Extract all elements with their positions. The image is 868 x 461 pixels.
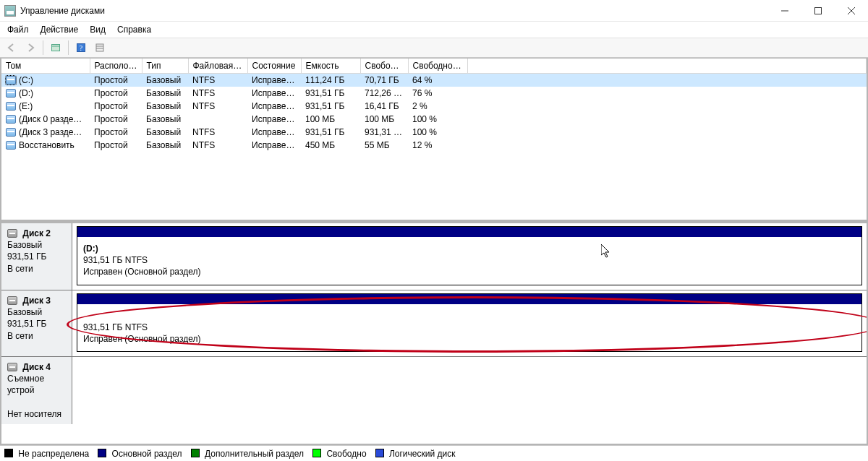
col-state[interactable]: Состояние (247, 59, 301, 74)
menu-file[interactable]: Файл (1, 22, 35, 38)
volume-fs: NTFS (188, 74, 247, 87)
volume-free-pct: 76 % (408, 87, 467, 100)
volume-type: Базовый (142, 139, 188, 152)
volume-name: (D:) (19, 88, 33, 98)
properties-button[interactable] (91, 40, 109, 56)
volume-layout: Простой (90, 139, 142, 152)
col-free-pct[interactable]: Свободно % (408, 59, 467, 74)
volume-layout: Простой (90, 126, 142, 139)
disk-row-2[interactable]: Диск 2 Базовый 931,51 ГБ В сети (D:) 931… (1, 223, 867, 290)
partition[interactable]: 931,51 ГБ NTFS Исправен (Основной раздел… (77, 293, 862, 352)
volume-icon (6, 115, 16, 124)
col-fs[interactable]: Файловая с… (188, 59, 247, 74)
table-row[interactable]: ВосстановитьПростойБазовыйNTFSИсправен…4… (1, 139, 867, 152)
svg-rect-8 (96, 44, 103, 51)
toolbar-separator (43, 40, 43, 55)
column-headers[interactable]: Том Располож… Тип Файловая с… Состояние … (1, 59, 867, 74)
volume-table[interactable]: Том Располож… Тип Файловая с… Состояние … (1, 59, 867, 152)
legend: Не распределена Основной раздел Дополнит… (0, 445, 868, 461)
volume-icon (6, 89, 16, 98)
swatch-logical (375, 449, 384, 457)
partition-stripe (77, 227, 861, 237)
swatch-primary (98, 449, 106, 457)
table-row[interactable]: (E:)ПростойБазовыйNTFSИсправен…931,51 ГБ… (1, 100, 867, 113)
minimize-button[interactable] (768, 0, 801, 21)
volume-free: 55 МБ (360, 139, 408, 152)
volume-list-pane[interactable]: Том Располож… Тип Файловая с… Состояние … (1, 59, 867, 223)
volume-state: Исправен… (247, 139, 301, 152)
swatch-unalloc (4, 449, 13, 457)
volume-fs: NTFS (188, 139, 247, 152)
swatch-extended (191, 449, 200, 457)
volume-capacity: 931,51 ГБ (301, 126, 360, 139)
col-layout[interactable]: Располож… (90, 59, 142, 74)
volume-free: 712,26 ГБ (360, 87, 408, 100)
window-title: Управление дисками (20, 6, 105, 16)
legend-extended: Дополнительный раздел (191, 449, 304, 459)
col-capacity[interactable]: Емкость (301, 59, 360, 74)
volume-type: Базовый (142, 74, 188, 87)
help-button[interactable]: ? (72, 40, 90, 56)
partition-line2: Исправен (Основной раздел) (83, 334, 200, 344)
table-row[interactable]: (Диск 0 раздел 2)ПростойБазовыйИсправен…… (1, 113, 867, 126)
volume-name: (Диск 0 раздел 2) (19, 114, 88, 124)
volume-fs: NTFS (188, 100, 247, 113)
disk-header[interactable]: Диск 3 Базовый 931,51 ГБ В сети (1, 290, 72, 356)
volume-name: (Диск 3 раздел 1) (19, 127, 88, 137)
volume-icon (6, 141, 16, 150)
partition-stripe (77, 294, 861, 304)
menu-view[interactable]: Вид (84, 22, 111, 38)
disk-row-4[interactable]: Диск 4 Съемное устрой Нет носителя (1, 356, 867, 424)
maximize-button[interactable] (801, 0, 835, 21)
toolbar: ? (0, 38, 868, 58)
volume-state: Исправен… (247, 126, 301, 139)
disk-row-3[interactable]: Диск 3 Базовый 931,51 ГБ В сети 931,51 Г… (1, 290, 867, 356)
volume-type: Базовый (142, 100, 188, 113)
partition[interactable]: (D:) 931,51 ГБ NTFS Исправен (Основной р… (77, 226, 862, 285)
volume-state: Исправен… (247, 100, 301, 113)
menu-help[interactable]: Справка (111, 22, 157, 38)
volume-layout: Простой (90, 87, 142, 100)
legend-logical: Логический диск (375, 449, 456, 459)
volume-free-pct: 100 % (408, 126, 467, 139)
volume-state: Исправен… (247, 74, 301, 87)
table-row[interactable]: (C:)ПростойБазовыйNTFSИсправен…111,24 ГБ… (1, 74, 867, 87)
menu-action[interactable]: Действие (35, 22, 85, 38)
volume-name: (C:) (19, 75, 33, 85)
volume-fs: NTFS (188, 126, 247, 139)
volume-icon (6, 128, 16, 137)
forward-button[interactable] (22, 40, 39, 56)
volume-layout: Простой (90, 74, 142, 87)
table-row[interactable]: (Диск 3 раздел 1)ПростойБазовыйNTFSИспра… (1, 126, 867, 139)
volume-name: Восстановить (19, 140, 75, 150)
volume-free-pct: 100 % (408, 113, 467, 126)
content-area: Том Располож… Тип Файловая с… Состояние … (0, 58, 868, 445)
disk-icon (7, 229, 17, 238)
svg-rect-4 (52, 45, 60, 51)
col-volume[interactable]: Том (1, 59, 90, 74)
disk-header[interactable]: Диск 4 Съемное устрой Нет носителя (1, 357, 72, 424)
partition-line2: Исправен (Основной раздел) (83, 267, 200, 277)
col-free[interactable]: Свобод… (360, 59, 408, 74)
back-button[interactable] (3, 40, 20, 56)
volume-free: 931,31 ГБ (360, 126, 408, 139)
volume-free: 70,71 ГБ (360, 74, 408, 87)
volume-type: Базовый (142, 87, 188, 100)
table-row[interactable]: (D:)ПростойБазовыйNTFSИсправен…931,51 ГБ… (1, 87, 867, 100)
disk-status: В сети (7, 264, 33, 274)
window-controls (768, 0, 868, 21)
disk-graphic-pane[interactable]: Диск 2 Базовый 931,51 ГБ В сети (D:) 931… (1, 223, 867, 444)
legend-primary: Основной раздел (98, 449, 182, 459)
close-button[interactable] (835, 0, 868, 21)
disk-body: (D:) 931,51 ГБ NTFS Исправен (Основной р… (72, 223, 867, 290)
volume-type: Базовый (142, 113, 188, 126)
disk-header[interactable]: Диск 2 Базовый 931,51 ГБ В сети (1, 223, 72, 290)
volume-free-pct: 64 % (408, 74, 467, 87)
col-type[interactable]: Тип (142, 59, 188, 74)
volume-fs (188, 113, 247, 126)
volume-capacity: 931,51 ГБ (301, 87, 360, 100)
disk-no-media: Нет носителя (7, 409, 61, 419)
refresh-button[interactable] (47, 40, 64, 56)
disk-body (72, 357, 867, 424)
toolbar-separator (68, 40, 69, 55)
